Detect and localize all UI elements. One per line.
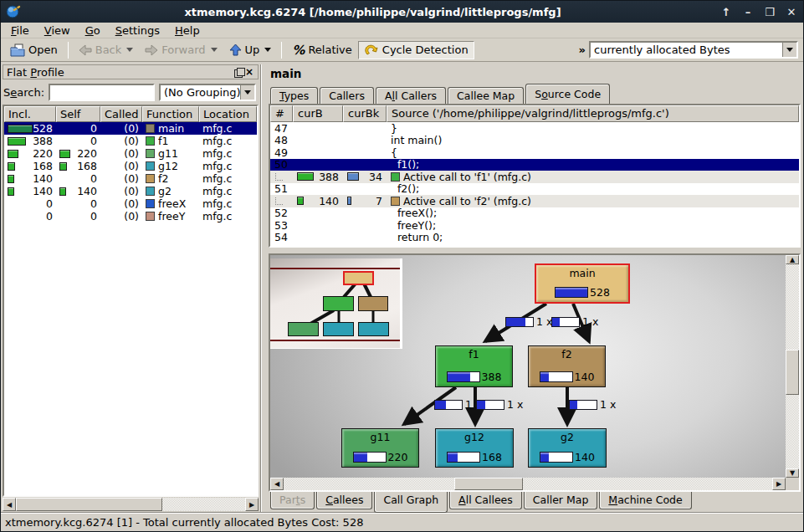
selected-function-title: main (269, 64, 801, 84)
source-line[interactable]: 49 { (270, 146, 799, 159)
tab-callees[interactable]: Callees (316, 492, 372, 509)
combo-dropdown-icon[interactable] (782, 43, 796, 57)
tab-call-graph[interactable]: Call Graph (374, 492, 448, 513)
tab-all-callees[interactable]: All Callees (449, 492, 522, 509)
edge-label-main-f2: 1 x (551, 315, 598, 328)
toolbar-overflow-chevron[interactable]: » (576, 43, 589, 56)
menu-file[interactable]: File (4, 23, 36, 38)
column-header-function[interactable]: Function (142, 106, 199, 122)
edge-label-f1-g12: 1 x (476, 398, 523, 411)
column-header-location[interactable]: Location (199, 106, 257, 122)
graph-node-g11[interactable]: g11 220 (341, 428, 419, 468)
tab-callers[interactable]: Callers (320, 87, 374, 104)
up-dropdown-icon[interactable] (264, 48, 271, 52)
source-line[interactable]: 51 f2(); (270, 183, 799, 196)
scroll-left-icon[interactable]: ◀ (3, 498, 16, 511)
back-icon (79, 44, 92, 56)
source-call-row-f1[interactable]: 388 34 Active call to 'f1' (mfg.c) (270, 171, 799, 183)
up-button[interactable]: Up (223, 41, 278, 59)
source-line[interactable]: 47 } (270, 122, 799, 135)
table-row-g11[interactable]: 220 220 (0) g11 mfg.c (4, 147, 257, 160)
table-row-g2[interactable]: 140 140 (0) g2 mfg.c (4, 185, 257, 197)
source-line[interactable]: 48 int main() (270, 135, 799, 147)
grouping-combobox[interactable]: (No Grouping) (159, 84, 256, 101)
percent-icon: % (292, 43, 305, 58)
graph-node-main[interactable]: main 528 (535, 263, 630, 304)
title-bar: xtmemory.kcg.6274 [/home/philippe/valgri… (1, 1, 803, 23)
tab-callee-map[interactable]: Callee Map (448, 87, 524, 104)
detail-bottom-tabs: Parts Callees Call Graph All Callees Cal… (269, 492, 801, 513)
forward-dropdown-icon[interactable] (211, 48, 218, 52)
column-header-curBk[interactable]: curBk (343, 105, 387, 122)
maximize-button[interactable]: ❒ (763, 6, 776, 18)
column-header-source[interactable]: Source ('/home/philippe/valgrind/littlep… (387, 105, 799, 122)
graph-node-f2[interactable]: f2 140 (528, 345, 606, 387)
source-line[interactable]: 53 freeY(); (270, 219, 799, 232)
scroll-up-icon[interactable]: ▲ (786, 255, 799, 264)
edge-label-f1-g11: 1 x (434, 398, 481, 411)
table-row-freeY[interactable]: 0 0 (0) freeY mfg.c (4, 210, 257, 223)
table-row-main[interactable]: 528 0 (0) main mfg.c (4, 122, 257, 135)
overview-node-f1 (323, 296, 354, 311)
tree-branch-icon (275, 173, 283, 181)
dock-close-icon[interactable]: × (244, 66, 254, 78)
column-header-incl[interactable]: Incl. (4, 106, 56, 122)
graph-overview-map[interactable] (270, 258, 402, 349)
source-line[interactable]: 52 freeX(); (270, 207, 799, 220)
tab-types[interactable]: Types (270, 87, 318, 104)
function-color-f1 (146, 136, 155, 146)
function-color-g12 (146, 161, 155, 171)
search-input[interactable] (49, 84, 155, 101)
open-button[interactable]: Open (4, 41, 64, 59)
menu-view[interactable]: View (38, 23, 77, 38)
up-icon (229, 43, 242, 56)
relative-toggle-button[interactable]: % Relative (286, 40, 357, 60)
dock-title-bar[interactable]: Flat Profile × (3, 64, 259, 79)
flat-profile-hscrollbar[interactable]: ◀ ▶ (3, 498, 259, 511)
menu-go[interactable]: Go (79, 23, 107, 38)
horizontal-splitter[interactable] (269, 248, 801, 253)
keep-above-button[interactable]: ↑ (720, 6, 733, 18)
back-dropdown-icon[interactable] (126, 48, 133, 52)
forward-button[interactable]: Forward (139, 41, 223, 59)
application-window: xtmemory.kcg.6274 [/home/philippe/valgri… (0, 0, 804, 532)
minimize-button[interactable]: – (741, 6, 755, 18)
graph-node-g2[interactable]: g2 140 (528, 428, 607, 468)
tab-all-callers[interactable]: All Callers (376, 87, 446, 104)
graph-hscrollbar[interactable]: ◀ ▶ (270, 478, 786, 490)
source-call-row-f2[interactable]: 140 7 Active call to 'f2' (mfg.c) (270, 195, 799, 207)
scroll-right-icon[interactable]: ▶ (772, 478, 786, 490)
close-button[interactable]: ✕ (785, 6, 798, 18)
tab-machine-code[interactable]: Machine Code (599, 492, 691, 509)
table-row-freeX[interactable]: 0 0 (0) freeX mfg.c (4, 197, 257, 210)
tab-source-code[interactable]: Source Code (525, 84, 610, 104)
graph-vscrollbar[interactable]: ▲ ▼ (786, 255, 799, 478)
overview-node-g2 (358, 322, 389, 336)
edge-label-main-f1: 1 x (505, 315, 552, 328)
flat-profile-dock: Flat Profile × Search: (No Grouping) Inc… (1, 64, 261, 513)
combo-dropdown-icon[interactable] (240, 85, 254, 100)
tab-caller-map[interactable]: Caller Map (524, 492, 598, 509)
source-line[interactable]: 54 return 0; (270, 232, 799, 244)
column-header-line[interactable]: # (270, 105, 293, 122)
menu-settings[interactable]: Settings (109, 23, 166, 38)
graph-node-f1[interactable]: f1 388 (435, 345, 513, 387)
scroll-down-icon[interactable]: ▼ (786, 468, 799, 478)
column-header-self[interactable]: Self (56, 106, 100, 122)
menu-help[interactable]: Help (168, 23, 207, 38)
column-header-called[interactable]: Called (100, 106, 142, 122)
tab-parts[interactable]: Parts (270, 492, 315, 509)
table-row-f2[interactable]: 140 0 (0) f2 mfg.c (4, 172, 257, 185)
table-row-f1[interactable]: 388 0 (0) f1 mfg.c (4, 135, 257, 147)
cycle-detection-toggle-button[interactable]: Cycle Detection (358, 41, 474, 59)
table-row-g12[interactable]: 168 168 (0) g12 mfg.c (4, 160, 257, 172)
column-header-curB[interactable]: curB (293, 105, 343, 122)
call-graph-canvas[interactable]: main 528 f1 388 f2 140 g11 220 (270, 255, 786, 478)
dock-float-icon[interactable] (234, 68, 244, 77)
graph-node-g12[interactable]: g12 168 (435, 428, 514, 468)
event-type-combobox[interactable]: currently allocated Bytes (589, 41, 798, 59)
scroll-left-icon[interactable]: ◀ (270, 478, 284, 490)
source-line-selected[interactable]: 50 f1(); (270, 159, 799, 171)
scroll-right-icon[interactable]: ▶ (245, 498, 259, 511)
back-button[interactable]: Back (73, 41, 140, 59)
